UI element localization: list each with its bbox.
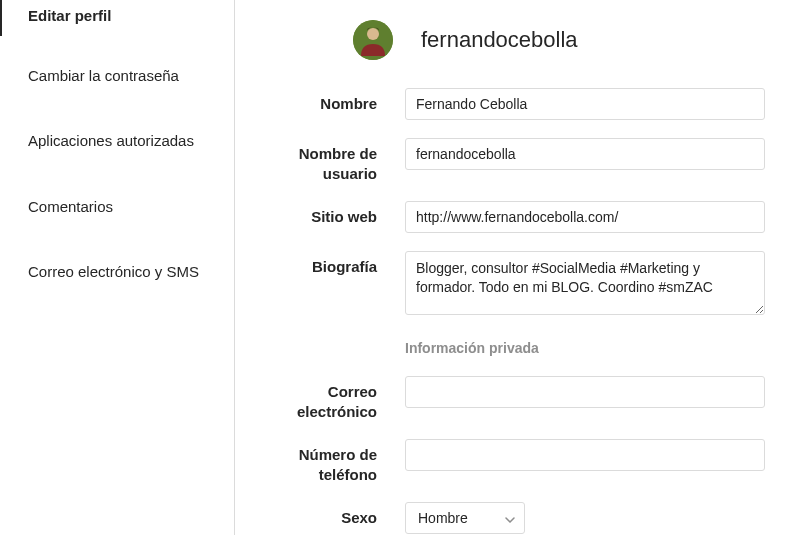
label-website: Sitio web <box>245 201 405 227</box>
private-info-heading: Información privada <box>405 340 790 356</box>
settings-sidebar: Editar perfil Cambiar la contraseña Apli… <box>0 0 235 535</box>
label-gender: Sexo <box>245 502 405 528</box>
sidebar-item-label: Comentarios <box>28 198 113 215</box>
sidebar-item-label: Editar perfil <box>28 7 111 24</box>
svg-point-1 <box>367 28 379 40</box>
name-input[interactable] <box>405 88 765 120</box>
phone-input[interactable] <box>405 439 765 471</box>
gender-select[interactable]: Hombre <box>405 502 525 534</box>
email-input[interactable] <box>405 376 765 408</box>
label-username: Nombre de usuario <box>245 138 405 183</box>
label-email: Correo electrónico <box>245 376 405 421</box>
sidebar-item-edit-profile[interactable]: Editar perfil <box>0 0 234 36</box>
edit-profile-panel: fernandocebolla Nombre Nombre de usuario… <box>235 0 800 535</box>
avatar[interactable] <box>353 20 393 60</box>
website-input[interactable] <box>405 201 765 233</box>
avatar-image <box>353 20 393 60</box>
sidebar-item-comments[interactable]: Comentarios <box>0 181 234 233</box>
label-name: Nombre <box>245 88 405 114</box>
username-heading: fernandocebolla <box>421 27 578 53</box>
sidebar-item-label: Correo electrónico y SMS <box>28 263 199 280</box>
bio-textarea[interactable]: Blogger, consultor #SocialMedia #Marketi… <box>405 251 765 315</box>
username-input[interactable] <box>405 138 765 170</box>
label-phone: Número de teléfono <box>245 439 405 484</box>
sidebar-item-email-sms[interactable]: Correo electrónico y SMS <box>0 246 234 298</box>
sidebar-item-label: Cambiar la contraseña <box>28 67 179 84</box>
sidebar-item-change-password[interactable]: Cambiar la contraseña <box>0 50 234 102</box>
sidebar-item-authorized-apps[interactable]: Aplicaciones autorizadas <box>0 115 234 167</box>
label-bio: Biografía <box>245 251 405 277</box>
profile-header: fernandocebolla <box>353 20 790 60</box>
sidebar-item-label: Aplicaciones autorizadas <box>28 132 194 149</box>
